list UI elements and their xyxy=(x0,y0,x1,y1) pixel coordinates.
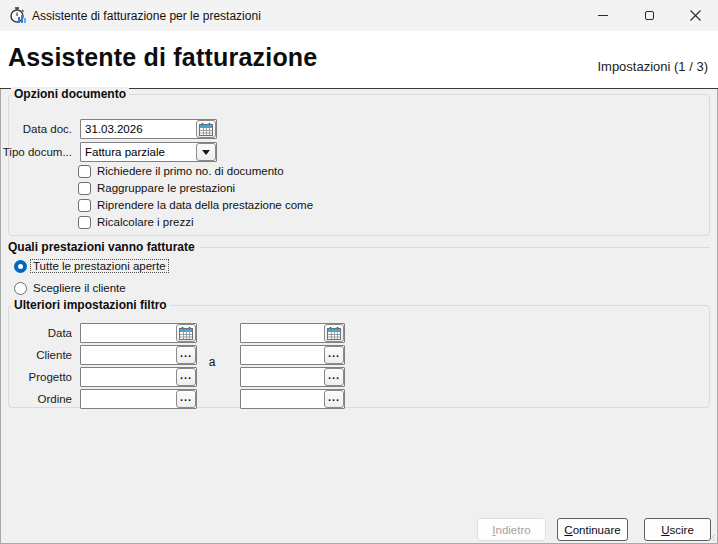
filter-date-from-calendar-button[interactable] xyxy=(176,324,196,342)
checkbox-label: Ricalcolare i prezzi xyxy=(97,216,194,228)
billing-assistant-window: Assistente di fatturazione per le presta… xyxy=(0,0,718,544)
minimize-icon xyxy=(598,15,608,16)
continue-button[interactable]: Continuare xyxy=(557,518,628,541)
checkbox-row-take-service-date[interactable]: Riprendere la data della prestazione com… xyxy=(78,198,313,212)
checkbox-icon[interactable] xyxy=(78,165,91,178)
checkbox-label: Richiedere il primo no. di documento xyxy=(97,165,284,177)
close-icon xyxy=(690,10,701,21)
filter-order-from-browse-button[interactable]: ... xyxy=(176,390,196,408)
radio-label: Scegliere il cliente xyxy=(31,282,128,294)
divider xyxy=(200,247,710,248)
filter-order-from-input[interactable]: ... xyxy=(80,389,197,409)
doc-date-input[interactable]: 31.03.2026 xyxy=(80,119,217,139)
back-button: Indietro xyxy=(477,518,546,541)
filter-client-from-input[interactable]: ... xyxy=(80,345,197,365)
filter-order-label: Ordine xyxy=(0,389,72,409)
filter-client-to-browse-button[interactable]: ... xyxy=(324,346,344,364)
filter-client-from-browse-button[interactable]: ... xyxy=(176,346,196,364)
calendar-icon xyxy=(199,123,213,136)
filter-project-from-input[interactable]: ... xyxy=(80,367,197,387)
doc-type-value: Fattura parziale xyxy=(85,143,194,161)
chevron-down-icon xyxy=(202,150,210,155)
filter-project-label: Progetto xyxy=(0,367,72,387)
exit-button[interactable]: Uscire xyxy=(644,518,711,541)
checkbox-icon[interactable] xyxy=(78,216,91,229)
filter-project-to-input[interactable]: ... xyxy=(240,367,345,387)
filter-order-to-input[interactable]: ... xyxy=(240,389,345,409)
radio-row-all-open-services[interactable]: Tutte le prestazioni aperte xyxy=(14,259,168,273)
doc-type-select[interactable]: Fattura parziale xyxy=(80,142,217,162)
radio-selected-icon[interactable] xyxy=(14,260,27,273)
radio-label: Tutte le prestazioni aperte xyxy=(31,260,168,272)
filter-project-to-browse-button[interactable]: ... xyxy=(324,368,344,386)
doc-date-label: Data doc. xyxy=(0,119,72,139)
doc-type-label: Tipo docum... xyxy=(0,142,72,162)
page-title: Assistente di fatturazione xyxy=(8,43,317,72)
group-document-options-label: Opzioni documento xyxy=(11,87,129,101)
header: Assistente di fatturazione Impostazioni … xyxy=(0,31,718,89)
checkbox-row-group-services[interactable]: Raggruppare le prestazioni xyxy=(78,181,235,195)
maximize-icon xyxy=(645,11,654,20)
checkbox-icon[interactable] xyxy=(78,182,91,195)
doc-date-value: 31.03.2026 xyxy=(85,120,194,138)
filter-client-label: Cliente xyxy=(0,345,72,365)
checkbox-icon[interactable] xyxy=(78,199,91,212)
stopwatch-chart-icon xyxy=(9,7,26,24)
group-filter-settings-label: Ulteriori impostazioni filtro xyxy=(11,298,170,312)
step-indicator: Impostazioni (1 / 3) xyxy=(597,59,708,74)
close-button[interactable] xyxy=(672,0,718,31)
filter-date-label: Data xyxy=(0,323,72,343)
doc-type-dropdown-button[interactable] xyxy=(196,143,216,161)
filter-client-to-input[interactable]: ... xyxy=(240,345,345,365)
group-billing-scope-label: Quali prestazioni vanno fatturate xyxy=(8,240,195,254)
continue-button-label: Continuare xyxy=(564,524,620,536)
titlebar: Assistente di fatturazione per le presta… xyxy=(0,0,718,31)
radio-row-choose-client[interactable]: Scegliere il cliente xyxy=(14,281,128,295)
filter-project-from-browse-button[interactable]: ... xyxy=(176,368,196,386)
filter-order-to-browse-button[interactable]: ... xyxy=(324,390,344,408)
doc-date-calendar-button[interactable] xyxy=(196,120,216,138)
window-controls xyxy=(580,0,718,31)
radio-icon[interactable] xyxy=(14,282,27,295)
checkbox-row-request-first-doc-no[interactable]: Richiedere il primo no. di documento xyxy=(78,164,284,178)
filter-date-from-input[interactable] xyxy=(80,323,197,343)
back-button-label: Indietro xyxy=(492,524,530,536)
calendar-icon xyxy=(327,327,341,340)
checkbox-row-recalculate-prices[interactable]: Ricalcolare i prezzi xyxy=(78,215,194,229)
filter-date-to-input[interactable] xyxy=(240,323,345,343)
range-separator-label: a xyxy=(200,355,224,369)
checkbox-label: Riprendere la data della prestazione com… xyxy=(97,199,313,211)
minimize-button[interactable] xyxy=(580,0,626,31)
filter-date-to-calendar-button[interactable] xyxy=(324,324,344,342)
checkbox-label: Raggruppare le prestazioni xyxy=(97,182,235,194)
resize-grip[interactable] xyxy=(706,532,716,542)
window-title: Assistente di fatturazione per le presta… xyxy=(32,9,261,23)
group-billing-scope: Quali prestazioni vanno fatturate xyxy=(8,240,710,254)
calendar-icon xyxy=(179,327,193,340)
maximize-button[interactable] xyxy=(626,0,672,31)
exit-button-label: Uscire xyxy=(661,524,694,536)
